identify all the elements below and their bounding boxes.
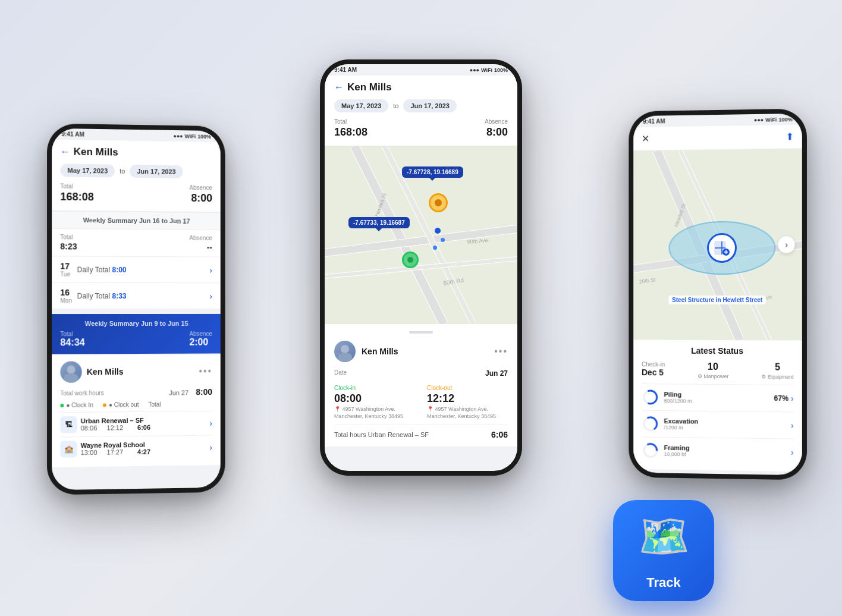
total-hours-val-center: 6:06 [491,430,508,439]
worker-menu-btn-center[interactable]: ••• [494,346,508,357]
time-entry-1[interactable]: 🏫 Wayne Royal School 13:00 17:27 4:27 › [60,435,212,461]
piling-chevron[interactable]: › [791,394,794,403]
center-worker-info: Ken Mills [334,341,398,362]
date-from-center[interactable]: May 17, 2023 [334,99,388,112]
day-name-0: Tue [60,271,72,278]
status-bar-center: 9:41 AM ●●● WiFi 100% [325,64,517,76]
progress-item-framing[interactable]: Framing 10,000 bf › [642,436,794,466]
clock-legend-left: ● Clock In ● Clock out Total [60,401,212,408]
checkin-date: Dec 5 [642,367,665,377]
right-screen-content: ✕ ⬆ 60th Ave Hewlett St [633,125,802,474]
ws2-total-label: Total [60,331,84,337]
signal-icon-r: ●●● [754,117,764,122]
chevron-right-0[interactable]: › [209,265,212,275]
daily-row-1[interactable]: 16 Mon Daily Total 8:33 › [52,283,221,309]
map-marker-yellow [429,193,448,212]
track-label: Track [646,575,681,590]
scene: 9:41 AM ●●● WiFi 100% ← Ken Mills May 17… [0,0,842,616]
page-title-left: Ken Mills [74,146,118,158]
left-phone: 9:41 AM ●●● WiFi 100% ← Ken Mills May 17… [47,124,225,495]
status-time-center: 9:41 AM [334,67,357,73]
wifi-icon: WiFi [185,133,196,139]
center-phone: 9:41 AM ●●● WiFi 100% ← Ken Mills May 17… [320,59,522,476]
date-to-left[interactable]: Jun 17, 2023 [130,165,183,178]
equipment-label: ⚙ Equipment [762,374,794,380]
close-btn[interactable]: ✕ [642,133,649,144]
work-date-left: Jun 27 [169,389,188,396]
date-to-center[interactable]: Jun 17, 2023 [403,99,456,112]
clock-in-addr: 📍 4957 Washington Ave. Manchester, Kentu… [334,406,415,420]
back-nav: ← Ken Mills [60,146,212,160]
clock-in-label-left: ● Clock In [66,402,93,408]
center-worker-section: Ken Mills ••• Date Jun 27 Clock-in 08:00 [325,324,517,447]
worker-avatar-center [334,341,356,362]
framing-info: Framing 10,000 bf [664,444,791,459]
weekly-summary-2-block: Weekly Summary Jun 9 to Jun 15 Total 84:… [52,314,221,354]
worker-name-left: Ken Mills [87,367,124,376]
total-label-left: Total [60,183,94,190]
manpower-count: 10 [698,362,728,372]
work-hours-date-val: Jun 27 8:00 [169,386,212,397]
entry-chevron-1[interactable]: › [209,442,212,452]
back-arrow-icon[interactable]: ← [60,146,70,157]
entry-dur-1: 4:27 [133,448,150,455]
clock-in-block: Clock-in 08:00 📍 4957 Washington Ave. Ma… [334,385,415,420]
right-phone: 9:41 AM ●●● WiFi 100% ✕ ⬆ [629,109,807,480]
excavation-sub: /1200 m [664,425,791,432]
date-row-center: Date Jun 27 [334,369,508,378]
date-from-left[interactable]: May 17, 2023 [60,164,115,177]
checkin-block: Check-in Dec 5 [642,361,665,377]
daily-row-0[interactable]: 17 Tue Daily Total 8:00 › [52,256,221,283]
map-dot-3 [433,246,437,250]
handle-bar [409,331,433,334]
coords-tooltip-1: -7.67728, 19.16689 [402,166,463,178]
daily-total-val-0: 8:00 [112,265,126,274]
left-header: ← Ken Mills May 17, 2023 to Jun 17, 2023… [52,140,221,212]
entry-chevron-0[interactable]: › [209,419,212,428]
status-time-right: 9:41 AM [643,118,665,125]
back-arrow-center[interactable]: ← [334,82,344,93]
weekly-summary-1-title: Weekly Summary Jun 16 to Jun 17 [83,216,190,224]
latest-status-section: Latest Status Check-in Dec 5 10 ⚙ Manpow… [633,340,802,472]
piling-info: Piling 800/1200 m [664,391,774,405]
work-hours-label-left: Total work hours [60,389,103,397]
absence-block-left: Absence 8:00 [190,184,212,205]
weekly-summary-1-header: Weekly Summary Jun 16 to Jun 17 [52,211,221,230]
framing-sub: 10,000 bf [664,451,791,459]
time-entry-0[interactable]: 🏗 Urban Renewal – SF 08:06 12:12 6:06 › [60,411,212,437]
excavation-chevron[interactable]: › [791,420,794,430]
coords-tooltip-2: -7.67733, 19.16687 [348,217,410,228]
signal-icon-c: ●●● [470,67,479,73]
left-screen-content: ← Ken Mills May 17, 2023 to Jun 17, 2023… [52,140,221,489]
svg-point-15 [338,353,352,362]
track-map-emoji: 🗺️ [638,512,690,561]
totals-row-left: Total 168:08 Absence 8:00 [60,183,212,205]
total-value-center: 168:08 [334,126,367,139]
battery-icon-c: 100% [494,67,508,73]
checkin-label: Check-in [642,361,665,367]
ws1-absence-value: -- [190,243,212,252]
map-marker-yellow-inner [435,199,442,206]
work-hours-val-left: 8:00 [196,387,212,397]
status-icons-right: ●●● WiFi 100% [754,117,793,123]
worker-menu-btn-left[interactable]: ••• [199,366,212,376]
track-app-icon[interactable]: 🗺️ Track [613,500,714,601]
framing-chevron[interactable]: › [791,448,794,457]
total-label-center: Total [334,118,367,125]
progress-item-piling[interactable]: Piling 800/1200 m 67% › [642,384,794,411]
entry-out-0: 12:12 [106,424,123,431]
clock-out-label-left: ● Clock out [109,401,139,408]
date-range-left: May 17, 2023 to Jun 17, 2023 [60,164,212,178]
battery-icon-r: 100% [778,117,792,122]
share-btn[interactable]: ⬆ [786,131,794,142]
absence-value-left: 8:00 [190,192,212,205]
svg-point-1 [64,373,78,383]
right-chevron-map[interactable]: › [778,236,794,253]
chevron-right-1[interactable]: › [209,291,212,301]
ws1-absence-label: Absence [190,235,212,241]
excavation-progress-circle [642,415,659,433]
progress-item-excavation[interactable]: Excavation /1200 m › [642,410,794,439]
total-block-left: Total 168:08 [60,183,94,204]
clock-out-time: 12:12 [427,392,508,405]
total-block-center: Total 168:08 [334,118,367,139]
